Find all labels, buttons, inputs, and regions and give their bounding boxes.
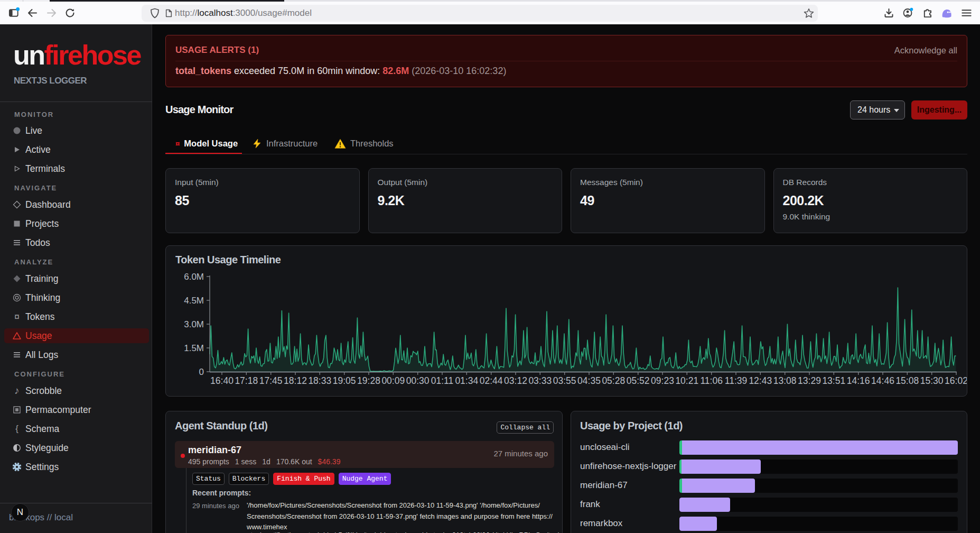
svg-text:19:28: 19:28 [357,375,380,386]
svg-text:3.0M: 3.0M [184,319,204,329]
svg-text:00:09: 00:09 [381,375,405,386]
svg-text:00:30: 00:30 [406,375,430,386]
svg-text:17:45: 17:45 [259,375,283,386]
svg-text:14:46: 14:46 [871,375,894,386]
svg-text:13:29: 13:29 [798,375,821,386]
svg-text:4.5M: 4.5M [184,296,204,306]
svg-text:12:43: 12:43 [749,375,772,386]
svg-text:0: 0 [199,367,204,377]
svg-text:01:34: 01:34 [455,375,478,386]
svg-text:15:08: 15:08 [895,375,919,386]
svg-text:15:30: 15:30 [920,375,944,386]
svg-text:16:40: 16:40 [210,375,234,386]
svg-text:17:18: 17:18 [235,375,258,386]
svg-text:14:16: 14:16 [847,375,870,386]
svg-text:11:06: 11:06 [700,375,723,386]
svg-text:11:39: 11:39 [725,375,748,386]
svg-text:02:44: 02:44 [480,375,503,386]
svg-text:03:33: 03:33 [528,375,552,386]
svg-text:03:55: 03:55 [553,375,576,386]
svg-text:18:12: 18:12 [284,375,307,386]
svg-text:6.0M: 6.0M [184,272,204,282]
svg-text:04:35: 04:35 [577,375,601,386]
svg-text:05:28: 05:28 [602,375,625,386]
svg-text:05:52: 05:52 [627,375,650,386]
svg-text:01:11: 01:11 [431,375,454,386]
svg-text:19:05: 19:05 [333,375,356,386]
svg-text:10:21: 10:21 [675,375,698,386]
svg-text:13:08: 13:08 [773,375,797,386]
svg-text:18:33: 18:33 [308,375,331,386]
svg-text:03:12: 03:12 [504,375,527,386]
svg-text:09:23: 09:23 [651,375,674,386]
svg-text:16:02: 16:02 [945,375,967,386]
svg-text:1.5M: 1.5M [184,343,204,353]
svg-text:13:51: 13:51 [822,375,845,386]
